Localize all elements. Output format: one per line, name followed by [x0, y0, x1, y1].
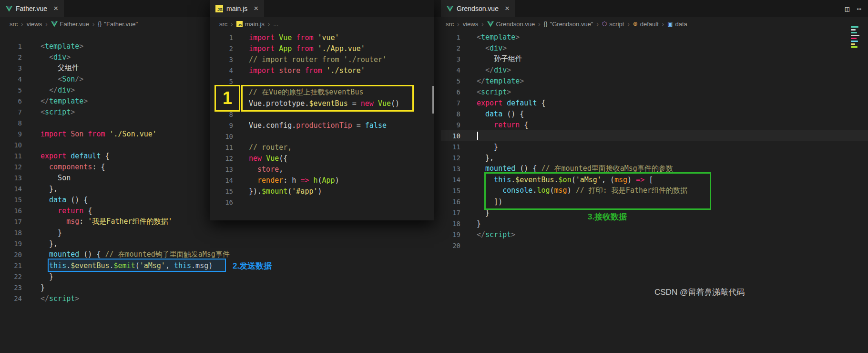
code-line[interactable]: 1<template>: [441, 31, 868, 42]
split-editor-icon[interactable]: ◫: [845, 4, 850, 13]
code-line[interactable]: 12new Vue({: [210, 153, 434, 164]
breadcrumb-separator: ›: [627, 21, 629, 28]
code-line[interactable]: 2 <div>: [441, 42, 868, 53]
line-number: 20: [0, 251, 22, 259]
code-line[interactable]: 20: [441, 240, 868, 251]
code-line[interactable]: 12 },: [441, 152, 868, 163]
line-number: 13: [0, 174, 22, 182]
code-line-content: }: [41, 283, 45, 292]
minimap[interactable]: [851, 26, 864, 48]
breadcrumb-item[interactable]: "Father.vue": [104, 21, 138, 28]
tab-main-js[interactable]: JS main.js ×: [210, 0, 264, 17]
code-line[interactable]: 11// router,: [210, 142, 434, 153]
code-line[interactable]: 3// import router from './router': [210, 54, 434, 65]
breadcrumb-item[interactable]: Grendson.vue: [496, 21, 535, 28]
breadcrumb-item[interactable]: src: [10, 21, 18, 28]
line-number: 7: [0, 108, 22, 116]
field-icon: ▣: [667, 21, 673, 27]
code-line-content: Vue.config.productionTip = false: [249, 121, 387, 130]
code-area[interactable]: 1import Vue from 'vue'2import App from '…: [210, 32, 434, 208]
code-line[interactable]: 10: [441, 130, 868, 141]
code-area[interactable]: 1<template>2 <div>3 孙子组件4 </div>5</templ…: [441, 31, 868, 251]
more-actions-icon[interactable]: ⋯: [857, 4, 861, 13]
line-number: 13: [441, 165, 460, 173]
breadcrumb-item[interactable]: "Grendson.vue": [550, 21, 593, 28]
line-number: 8: [0, 119, 22, 127]
breadcrumb-item[interactable]: default: [640, 21, 659, 28]
line-number: 20: [441, 242, 460, 249]
code-line-content: 父组件: [41, 63, 79, 73]
line-number: 11: [441, 143, 460, 151]
code-line[interactable]: 6<script>: [441, 86, 868, 97]
scrollbar-thumb[interactable]: [432, 86, 434, 114]
line-number: 19: [0, 240, 22, 248]
code-line[interactable]: 23}: [0, 282, 441, 293]
annotation-eventbus-highlight-box: [241, 85, 414, 112]
tab-grendson-vue[interactable]: Grendson.vue ×: [441, 0, 515, 17]
code-line-content: <script>: [41, 108, 75, 116]
breadcrumb-item[interactable]: views: [27, 21, 42, 28]
breadcrumb-separator: ›: [596, 21, 598, 28]
line-number: 1: [441, 33, 460, 41]
code-line[interactable]: 16: [210, 197, 434, 208]
code-line-content: }: [477, 219, 481, 228]
breadcrumb-item[interactable]: script: [609, 21, 624, 28]
code-line[interactable]: 22 }: [0, 271, 441, 282]
code-line[interactable]: 18}: [441, 218, 868, 229]
line-number: 18: [441, 220, 460, 228]
close-icon[interactable]: ×: [505, 4, 510, 13]
code-line-content: }).$mount('#app'): [249, 187, 322, 196]
code-line[interactable]: 18 }: [0, 227, 441, 238]
code-line[interactable]: 3 孙子组件: [441, 53, 868, 64]
code-line-content: // router,: [249, 143, 292, 152]
code-line-content: import Son from './Son.vue': [41, 130, 157, 138]
tab-label: Father.vue: [16, 5, 47, 12]
line-number: 10: [441, 132, 460, 140]
code-line-content: msg: '我是Father组件的数据': [41, 217, 173, 226]
line-number: 16: [210, 198, 233, 206]
close-icon[interactable]: ×: [254, 4, 258, 13]
code-line[interactable]: 8 data () {: [441, 108, 868, 119]
code-line[interactable]: 10: [210, 131, 434, 142]
code-line[interactable]: 9 return {: [441, 119, 868, 130]
code-line[interactable]: 4 </div>: [441, 64, 868, 75]
code-line-content: <template>: [41, 42, 83, 51]
minimap-mark: [851, 26, 858, 28]
code-line-content: data () {: [477, 110, 524, 118]
code-line[interactable]: 11 }: [441, 141, 868, 152]
code-line[interactable]: 19</script>: [441, 229, 868, 240]
code-line[interactable]: 19 },: [0, 238, 441, 249]
line-number: 5: [210, 78, 233, 85]
code-line[interactable]: 5</template>: [441, 75, 868, 86]
line-number: 5: [441, 77, 460, 85]
code-line[interactable]: 7export default {: [441, 97, 868, 108]
line-number: 14: [210, 176, 233, 184]
code-line[interactable]: 24</script>: [0, 293, 441, 304]
tab-father-vue[interactable]: Father.vue ×: [0, 0, 64, 17]
close-icon[interactable]: ×: [53, 4, 58, 13]
annotation-step1-label: 1: [223, 88, 232, 108]
breadcrumb-item[interactable]: src: [446, 21, 454, 28]
code-line[interactable]: 14 render: h => h(App): [210, 175, 434, 186]
breadcrumb-item[interactable]: main.js: [245, 21, 265, 28]
line-number: 7: [441, 99, 460, 107]
code-line-content: export default {: [41, 152, 110, 160]
breadcrumb-separator: ›: [481, 21, 483, 28]
breadcrumb-item[interactable]: Father.vue: [60, 21, 89, 28]
code-line[interactable]: 2import App from './App.vue': [210, 43, 434, 54]
breadcrumb-item[interactable]: data: [675, 21, 687, 28]
code-line[interactable]: 4import store from './store': [210, 65, 434, 76]
code-line-content: return {: [477, 121, 528, 129]
code-line[interactable]: 13 store,: [210, 164, 434, 175]
code-line[interactable]: 1import Vue from 'vue': [210, 32, 434, 43]
line-number: 3: [441, 55, 460, 63]
breadcrumb-item[interactable]: ...: [273, 21, 278, 28]
breadcrumb-item[interactable]: views: [463, 21, 479, 28]
annotation-on-highlight-box: [484, 172, 711, 210]
breadcrumb-item[interactable]: src: [219, 21, 227, 28]
line-number: 9: [0, 130, 22, 138]
code-line-content: import App from './App.vue': [249, 44, 365, 53]
breadcrumb-separator: ›: [662, 21, 664, 28]
code-line[interactable]: 9Vue.config.productionTip = false: [210, 120, 434, 131]
code-line[interactable]: 15}).$mount('#app'): [210, 186, 434, 197]
